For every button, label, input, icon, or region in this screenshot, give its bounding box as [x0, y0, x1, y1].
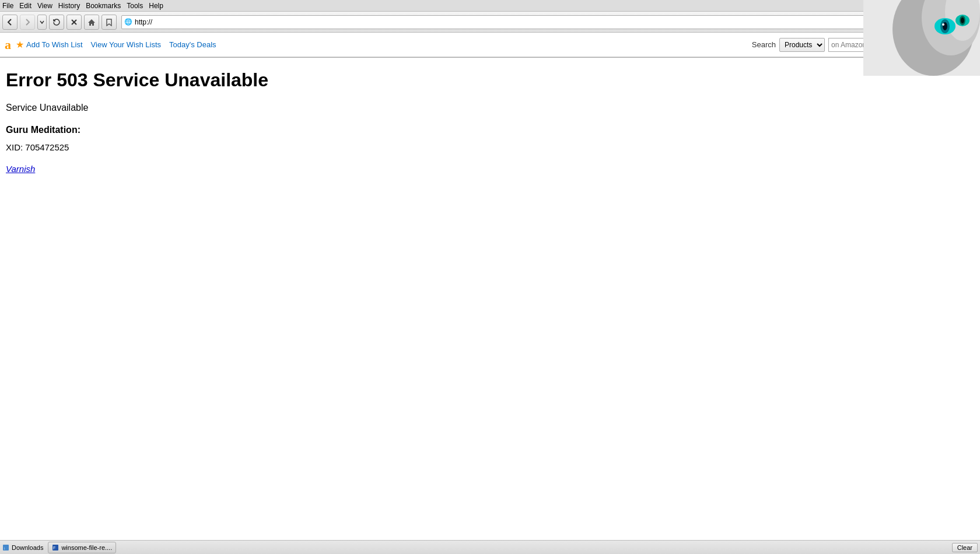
menu-file[interactable]: File [2, 2, 13, 10]
amazon-toolbar: a ★ Add To Wish List View Your Wish List… [0, 33, 980, 57]
amazon-logo-text: a [5, 37, 11, 52]
status-bar: ↓ Downloads F winsome-file-re.... Clear [0, 540, 980, 554]
menu-bookmarks[interactable]: Bookmarks [86, 2, 121, 10]
taskbar-item-label: winsome-file-re.... [61, 544, 112, 551]
amazon-logo[interactable]: a [5, 37, 11, 52]
home-button[interactable] [84, 15, 99, 30]
xid-text: XID: 705472525 [6, 142, 578, 152]
stop-button[interactable] [66, 15, 82, 30]
svg-point-15 [961, 17, 964, 23]
address-bar-container: 🌐 ☆ ▶ [121, 15, 899, 29]
menu-tools[interactable]: Tools [127, 2, 143, 10]
menu-view[interactable]: View [37, 2, 52, 10]
service-unavailable-text: Service Unavailable [6, 103, 578, 113]
browser-window: File Edit View History Bookmarks Tools H… [0, 0, 980, 554]
svg-point-12 [942, 23, 944, 26]
address-bar-lock-icon: 🌐 [122, 18, 135, 26]
main-content: Error 503 Service Unavailable Service Un… [0, 58, 583, 185]
downloads-icon: ↓ [2, 544, 9, 551]
bookmark-button[interactable] [102, 15, 117, 30]
toolbar: 🌐 ☆ ▶ F FileRenamer [0, 12, 980, 33]
menu-edit[interactable]: Edit [19, 2, 32, 10]
page-body: Error 503 Service Unavailable Service Un… [0, 58, 980, 540]
clear-button[interactable]: Clear [952, 543, 978, 552]
address-bar-input[interactable] [135, 16, 873, 29]
downloads-button[interactable]: ↓ Downloads [2, 544, 43, 551]
downloads-label: Downloads [12, 544, 43, 551]
add-to-wish-list-link[interactable]: Add To Wish List [26, 40, 83, 49]
history-dropdown-button[interactable] [37, 15, 47, 30]
varnish-link[interactable]: Varnish [6, 164, 35, 174]
cat-banner [863, 0, 980, 76]
error-heading: Error 503 Service Unavailable [6, 69, 578, 91]
reload-button[interactable] [49, 15, 64, 30]
wishlist-star-icon: ★ [16, 39, 24, 50]
todays-deals-link[interactable]: Today's Deals [169, 40, 216, 49]
menu-help[interactable]: Help [149, 2, 163, 10]
taskbar-item[interactable]: F winsome-file-re.... [48, 542, 116, 553]
forward-button[interactable] [20, 15, 35, 30]
guru-meditation-heading: Guru Meditation: [6, 125, 578, 135]
taskbar-item-icon: F [52, 544, 59, 551]
svg-text:F: F [53, 546, 55, 550]
svg-text:↓: ↓ [4, 546, 6, 550]
menu-history[interactable]: History [58, 2, 80, 10]
search-category-select[interactable]: Products [779, 38, 825, 52]
search-label: Search [752, 40, 776, 49]
menu-bar: File Edit View History Bookmarks Tools H… [0, 0, 980, 12]
view-wish-lists-link[interactable]: View Your Wish Lists [91, 40, 161, 49]
back-button[interactable] [2, 15, 18, 30]
